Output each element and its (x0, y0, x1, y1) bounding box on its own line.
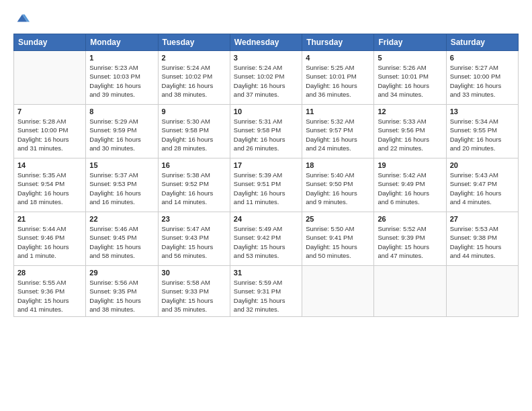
day-info: Sunrise: 5:31 AMSunset: 9:58 PMDaylight:… (234, 117, 298, 152)
calendar-day-cell: 4Sunrise: 5:25 AMSunset: 10:01 PMDayligh… (302, 51, 374, 105)
day-info: Sunrise: 5:40 AMSunset: 9:50 PMDaylight:… (306, 171, 370, 206)
calendar-day-cell: 18Sunrise: 5:40 AMSunset: 9:50 PMDayligh… (302, 158, 374, 212)
day-info: Sunrise: 5:55 AMSunset: 9:36 PMDaylight:… (17, 278, 82, 314)
day-info: Sunrise: 5:34 AMSunset: 9:55 PMDaylight:… (450, 117, 515, 152)
day-number: 8 (89, 107, 154, 116)
calendar-day-cell: 14Sunrise: 5:35 AMSunset: 9:54 PMDayligh… (14, 158, 86, 212)
calendar-day-cell: 2Sunrise: 5:24 AMSunset: 10:02 PMDayligh… (158, 51, 230, 105)
day-number: 31 (234, 269, 298, 277)
calendar-day-cell: 19Sunrise: 5:42 AMSunset: 9:49 PMDayligh… (374, 158, 446, 212)
weekday-header: Friday (374, 34, 446, 51)
calendar-week-row: 14Sunrise: 5:35 AMSunset: 9:54 PMDayligh… (14, 158, 519, 212)
calendar-day-cell: 3Sunrise: 5:24 AMSunset: 10:02 PMDayligh… (230, 51, 302, 105)
day-number: 22 (89, 215, 154, 223)
day-info: Sunrise: 5:29 AMSunset: 9:59 PMDaylight:… (89, 117, 154, 152)
day-info: Sunrise: 5:44 AMSunset: 9:46 PMDaylight:… (17, 224, 82, 260)
calendar-week-row: 1Sunrise: 5:23 AMSunset: 10:03 PMDayligh… (14, 51, 519, 105)
weekday-header: Thursday (302, 34, 374, 51)
calendar-day-cell: 12Sunrise: 5:33 AMSunset: 9:56 PMDayligh… (374, 105, 446, 158)
weekday-header-row: SundayMondayTuesdayWednesdayThursdayFrid… (14, 34, 519, 51)
calendar-day-cell: 22Sunrise: 5:46 AMSunset: 9:45 PMDayligh… (86, 212, 158, 266)
day-info: Sunrise: 5:32 AMSunset: 9:57 PMDaylight:… (306, 117, 370, 152)
day-number: 15 (89, 161, 154, 169)
day-info: Sunrise: 5:23 AMSunset: 10:03 PMDaylight… (89, 63, 154, 99)
day-number: 19 (378, 161, 442, 169)
day-number: 13 (450, 107, 515, 116)
calendar-day-cell (14, 51, 86, 105)
day-number: 30 (162, 269, 226, 277)
day-info: Sunrise: 5:52 AMSunset: 9:39 PMDaylight:… (378, 224, 442, 260)
day-number: 14 (17, 161, 82, 169)
calendar-day-cell: 31Sunrise: 5:59 AMSunset: 9:31 PMDayligh… (230, 266, 302, 317)
weekday-header: Saturday (446, 34, 518, 51)
day-info: Sunrise: 5:43 AMSunset: 9:47 PMDaylight:… (450, 171, 515, 206)
day-number: 20 (450, 161, 515, 169)
calendar-day-cell: 1Sunrise: 5:23 AMSunset: 10:03 PMDayligh… (86, 51, 158, 105)
day-number: 7 (17, 107, 82, 116)
calendar-day-cell: 27Sunrise: 5:53 AMSunset: 9:38 PMDayligh… (446, 212, 518, 266)
calendar-day-cell: 5Sunrise: 5:26 AMSunset: 10:01 PMDayligh… (374, 51, 446, 105)
day-number: 24 (234, 215, 298, 223)
weekday-header: Wednesday (230, 34, 302, 51)
day-info: Sunrise: 5:49 AMSunset: 9:42 PMDaylight:… (234, 224, 298, 260)
day-number: 11 (306, 107, 370, 116)
day-info: Sunrise: 5:35 AMSunset: 9:54 PMDaylight:… (17, 171, 82, 206)
calendar-day-cell: 29Sunrise: 5:56 AMSunset: 9:35 PMDayligh… (86, 266, 158, 317)
calendar-day-cell: 11Sunrise: 5:32 AMSunset: 9:57 PMDayligh… (302, 105, 374, 158)
day-number: 28 (17, 269, 82, 277)
day-info: Sunrise: 5:58 AMSunset: 9:33 PMDaylight:… (162, 278, 226, 314)
day-number: 3 (234, 54, 298, 62)
calendar-day-cell: 10Sunrise: 5:31 AMSunset: 9:58 PMDayligh… (230, 105, 302, 158)
day-number: 1 (89, 54, 154, 62)
day-number: 10 (234, 107, 298, 116)
day-number: 26 (378, 215, 442, 223)
header (13, 11, 519, 27)
day-number: 16 (162, 161, 226, 169)
calendar-day-cell: 24Sunrise: 5:49 AMSunset: 9:42 PMDayligh… (230, 212, 302, 266)
calendar-day-cell: 9Sunrise: 5:30 AMSunset: 9:58 PMDaylight… (158, 105, 230, 158)
day-info: Sunrise: 5:39 AMSunset: 9:51 PMDaylight:… (234, 171, 298, 206)
day-info: Sunrise: 5:26 AMSunset: 10:01 PMDaylight… (378, 63, 442, 99)
calendar-day-cell: 28Sunrise: 5:55 AMSunset: 9:36 PMDayligh… (14, 266, 86, 317)
day-info: Sunrise: 5:28 AMSunset: 10:00 PMDaylight… (17, 117, 82, 152)
day-info: Sunrise: 5:38 AMSunset: 9:52 PMDaylight:… (162, 171, 226, 206)
day-info: Sunrise: 5:46 AMSunset: 9:45 PMDaylight:… (89, 224, 154, 260)
day-info: Sunrise: 5:37 AMSunset: 9:53 PMDaylight:… (89, 171, 154, 206)
day-info: Sunrise: 5:59 AMSunset: 9:31 PMDaylight:… (234, 278, 298, 314)
calendar-day-cell: 6Sunrise: 5:27 AMSunset: 10:00 PMDayligh… (446, 51, 518, 105)
weekday-header: Sunday (14, 34, 86, 51)
calendar-day-cell (446, 266, 518, 317)
calendar-day-cell: 13Sunrise: 5:34 AMSunset: 9:55 PMDayligh… (446, 105, 518, 158)
day-number: 21 (17, 215, 82, 223)
calendar-week-row: 7Sunrise: 5:28 AMSunset: 10:00 PMDayligh… (14, 105, 519, 158)
day-info: Sunrise: 5:50 AMSunset: 9:41 PMDaylight:… (306, 224, 370, 260)
day-number: 5 (378, 54, 442, 62)
day-number: 29 (89, 269, 154, 277)
day-number: 25 (306, 215, 370, 223)
day-info: Sunrise: 5:47 AMSunset: 9:43 PMDaylight:… (162, 224, 226, 260)
day-info: Sunrise: 5:42 AMSunset: 9:49 PMDaylight:… (378, 171, 442, 206)
calendar-day-cell: 23Sunrise: 5:47 AMSunset: 9:43 PMDayligh… (158, 212, 230, 266)
day-number: 4 (306, 54, 370, 62)
calendar-day-cell: 16Sunrise: 5:38 AMSunset: 9:52 PMDayligh… (158, 158, 230, 212)
day-number: 6 (450, 54, 515, 62)
calendar-week-row: 28Sunrise: 5:55 AMSunset: 9:36 PMDayligh… (14, 266, 519, 317)
logo (13, 11, 30, 27)
calendar-day-cell: 20Sunrise: 5:43 AMSunset: 9:47 PMDayligh… (446, 158, 518, 212)
calendar-day-cell: 15Sunrise: 5:37 AMSunset: 9:53 PMDayligh… (86, 158, 158, 212)
page: SundayMondayTuesdayWednesdayThursdayFrid… (0, 0, 532, 328)
day-info: Sunrise: 5:24 AMSunset: 10:02 PMDaylight… (162, 63, 226, 99)
day-info: Sunrise: 5:56 AMSunset: 9:35 PMDaylight:… (89, 278, 154, 314)
calendar-day-cell (374, 266, 446, 317)
day-number: 12 (378, 107, 442, 116)
calendar-day-cell: 30Sunrise: 5:58 AMSunset: 9:33 PMDayligh… (158, 266, 230, 317)
calendar: SundayMondayTuesdayWednesdayThursdayFrid… (13, 34, 519, 317)
calendar-day-cell: 7Sunrise: 5:28 AMSunset: 10:00 PMDayligh… (14, 105, 86, 158)
day-info: Sunrise: 5:25 AMSunset: 10:01 PMDaylight… (306, 63, 370, 99)
day-number: 27 (450, 215, 515, 223)
weekday-header: Tuesday (158, 34, 230, 51)
day-number: 18 (306, 161, 370, 169)
day-number: 2 (162, 54, 226, 62)
logo-icon (15, 11, 30, 26)
calendar-day-cell: 8Sunrise: 5:29 AMSunset: 9:59 PMDaylight… (86, 105, 158, 158)
